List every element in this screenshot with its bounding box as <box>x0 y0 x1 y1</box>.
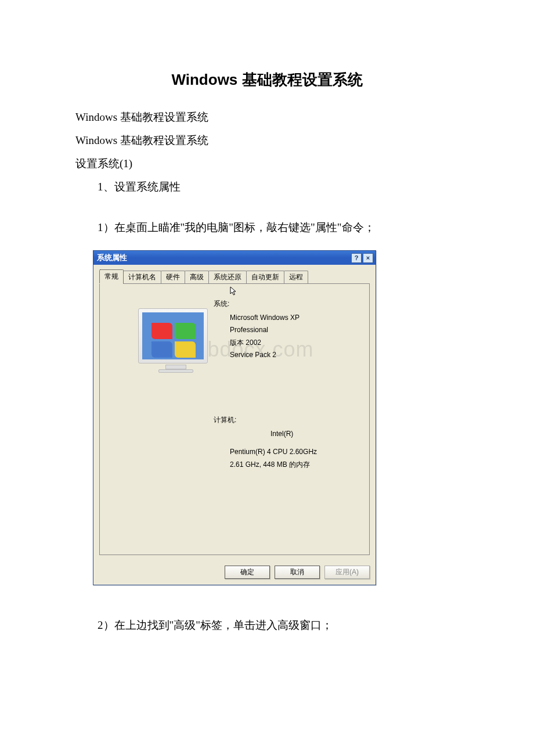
tab-hardware[interactable]: 硬件 <box>161 271 185 283</box>
step-heading: 1、设置系统属性 <box>75 176 459 198</box>
dialog-button-row: 确定 取消 应用(A) <box>93 561 376 585</box>
monitor-icon <box>138 308 214 378</box>
ok-button[interactable]: 确定 <box>225 566 270 579</box>
step-text: 2）在上边找到"高级"标签，单击进入高级窗口； <box>75 614 459 636</box>
tab-remote[interactable]: 远程 <box>284 271 308 283</box>
cancel-button[interactable]: 取消 <box>275 566 320 579</box>
step-text: 1）在桌面上瞄准"我的电脑"图标，敲右键选"属性"命令； <box>75 217 459 239</box>
apply-button[interactable]: 应用(A) <box>324 566 370 579</box>
system-info: Professional <box>230 324 360 337</box>
system-properties-dialog: 系统属性 ? × 常规 计算机名 硬件 高级 系统还原 自动更新 远程 www.… <box>93 250 376 585</box>
tab-computer-name[interactable]: 计算机名 <box>123 271 161 283</box>
tab-system-restore[interactable]: 系统还原 <box>208 271 247 283</box>
computer-info: Intel(R) <box>270 428 360 441</box>
help-button[interactable]: ? <box>351 253 362 263</box>
text-line: Windows 基础教程设置系统 <box>75 129 459 152</box>
cursor-icon <box>230 286 238 297</box>
system-label: 系统: <box>214 298 360 311</box>
windows-flag-icon <box>142 312 204 359</box>
dialog-title: 系统属性 <box>97 253 127 263</box>
tab-general[interactable]: 常规 <box>99 269 124 284</box>
text-line: 设置系统(1) <box>75 153 459 175</box>
tab-panel: www.bdocx.com <box>99 283 370 555</box>
computer-info: Pentium(R) 4 CPU 2.60GHz <box>230 446 360 459</box>
system-info: 版本 2002 <box>230 337 360 350</box>
system-info: Microsoft Windows XP <box>230 312 360 325</box>
computer-label: 计算机: <box>214 414 360 427</box>
close-button[interactable]: × <box>363 253 373 263</box>
page-title: Windows 基础教程设置系统 <box>75 70 459 90</box>
tab-advanced[interactable]: 高级 <box>185 271 209 283</box>
tab-auto-update[interactable]: 自动更新 <box>246 271 284 283</box>
system-info: Service Pack 2 <box>230 349 360 362</box>
text-line: Windows 基础教程设置系统 <box>75 106 459 128</box>
tab-strip: 常规 计算机名 硬件 高级 系统还原 自动更新 远程 <box>99 271 370 283</box>
dialog-titlebar[interactable]: 系统属性 ? × <box>93 251 376 265</box>
computer-info: 2.61 GHz, 448 MB 的内存 <box>230 459 360 471</box>
